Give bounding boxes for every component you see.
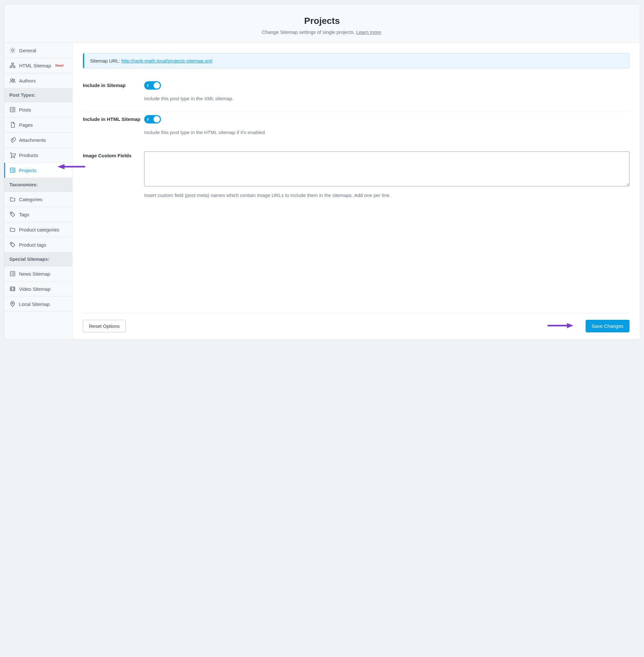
include-in-sitemap-label: Include in Sitemap <box>83 81 144 88</box>
sitemap-url-link[interactable]: http://rank-math.local/projects-sitemap.… <box>121 58 212 64</box>
include-in-html-sitemap-label: Include in HTML Sitemap <box>83 115 144 122</box>
page-title: Projects <box>10 16 634 26</box>
include-in-html-sitemap-row: Include in HTML Sitemap Include this pos… <box>83 111 629 145</box>
cart-icon <box>9 152 16 158</box>
sitemap-url-notice: Sitemap URL: http://rank-math.local/proj… <box>83 53 629 68</box>
include-in-sitemap-row: Include in Sitemap Include this post typ… <box>83 77 629 111</box>
new-badge: New! <box>55 64 64 67</box>
settings-panel: Projects Change Sitemap settings of sing… <box>4 4 640 340</box>
film-icon <box>9 286 16 292</box>
users-icon <box>9 77 16 84</box>
sidebar-item-video-sitemap[interactable]: Video Sitemap <box>4 281 72 297</box>
sidebar-item-label: Product tags <box>19 242 46 248</box>
sidebar-item-posts[interactable]: Posts <box>4 102 72 117</box>
sidebar-item-authors[interactable]: Authors <box>4 73 72 88</box>
image-custom-fields-label: Image Custom Fields <box>83 151 144 158</box>
gear-icon <box>9 47 16 53</box>
sidebar-item-tags[interactable]: Tags <box>4 207 72 222</box>
clip-icon <box>9 137 16 143</box>
sidebar-item-label: Attachments <box>19 137 46 143</box>
sidebar-item-products[interactable]: Products <box>4 148 72 163</box>
folder-icon <box>9 226 16 233</box>
sidebar-item-product-tags[interactable]: Product tags <box>4 237 72 253</box>
sidebar-item-label: Video Sitemap <box>19 286 50 292</box>
sidebar-item-general[interactable]: General <box>4 43 72 58</box>
sidebar-item-label: Posts <box>19 107 31 113</box>
settings-content: Sitemap URL: http://rank-math.local/proj… <box>73 43 640 339</box>
include-in-sitemap-help: Include this post type in the XML sitema… <box>144 95 629 102</box>
sidebar-item-label: Product categories <box>19 227 59 232</box>
page-icon <box>9 121 16 128</box>
sidebar-section-taxonomies: Taxonomies: <box>4 178 72 192</box>
sidebar-item-categories[interactable]: Categories <box>4 192 72 207</box>
reset-options-button[interactable]: Reset Options <box>83 320 126 332</box>
sidebar-item-pages[interactable]: Pages <box>4 117 72 133</box>
sidebar-section-special-sitemaps: Special Sitemaps: <box>4 253 72 266</box>
include-in-html-sitemap-toggle[interactable] <box>144 115 161 123</box>
image-custom-fields-row: Image Custom Fields Insert custom field … <box>83 144 629 208</box>
doc-list-icon <box>9 167 16 173</box>
sidebar-item-label: Pages <box>19 122 33 128</box>
sidebar-item-label: Categories <box>19 197 43 202</box>
sidebar-item-html-sitemap[interactable]: HTML Sitemap New! <box>4 58 72 73</box>
sidebar-item-label: HTML Sitemap <box>19 63 51 68</box>
page-header: Projects Change Sitemap settings of sing… <box>4 4 640 43</box>
sidebar-item-label: Tags <box>19 212 29 217</box>
include-in-html-sitemap-help: Include this post type in the HTML sitem… <box>144 129 629 136</box>
sidebar-section-post-types: Post Types: <box>4 88 72 102</box>
sidebar-item-label: Products <box>19 152 38 158</box>
include-in-sitemap-toggle[interactable] <box>144 81 161 90</box>
sidebar-item-label: News Sitemap <box>19 271 50 277</box>
tag-icon <box>9 211 16 218</box>
settings-sidebar: GeneralHTML Sitemap New!AuthorsPost Type… <box>4 43 73 339</box>
tag-icon <box>9 241 16 248</box>
sidebar-item-label: Authors <box>19 78 36 84</box>
sidebar-item-news-sitemap[interactable]: News Sitemap <box>4 266 72 281</box>
settings-footer: Reset Options Save Changes <box>83 313 629 339</box>
tree-icon <box>9 62 16 69</box>
image-custom-fields-textarea[interactable] <box>144 151 629 186</box>
sidebar-item-label: Local Sitemap <box>19 301 50 307</box>
sidebar-item-attachments[interactable]: Attachments <box>4 133 72 148</box>
sidebar-item-label: General <box>19 48 36 53</box>
sidebar-item-projects[interactable]: Projects <box>4 163 72 178</box>
save-changes-button[interactable]: Save Changes <box>585 320 629 332</box>
doc-list-icon <box>9 107 16 113</box>
sidebar-item-local-sitemap[interactable]: Local Sitemap <box>4 297 72 312</box>
annotation-arrow-icon <box>546 322 575 329</box>
image-custom-fields-help: Insert custom field (post meta) names wh… <box>144 192 629 199</box>
doc-list-icon <box>9 271 16 277</box>
sidebar-item-product-categories[interactable]: Product categories <box>4 222 72 237</box>
learn-more-link[interactable]: Learn more <box>356 29 381 35</box>
folder-icon <box>9 196 16 203</box>
pin-icon <box>9 301 16 307</box>
page-subtitle: Change Sitemap settings of single projec… <box>10 29 634 35</box>
sidebar-item-label: Projects <box>19 168 37 173</box>
